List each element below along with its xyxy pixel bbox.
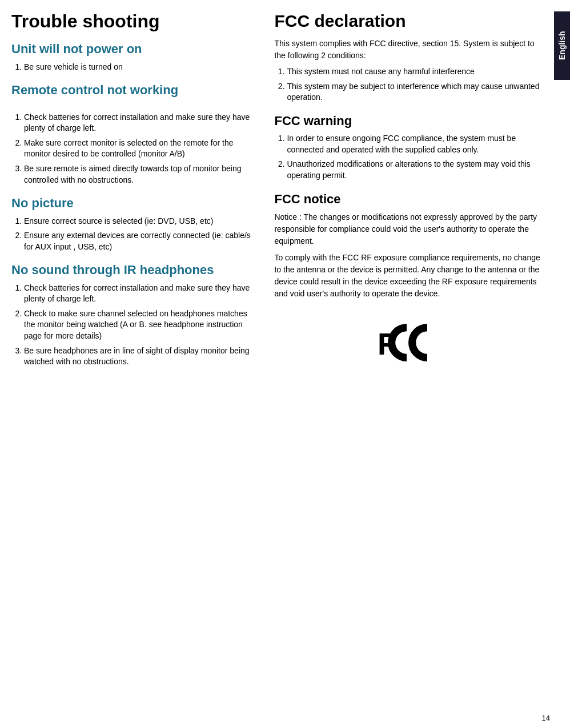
language-label: English: [557, 31, 567, 61]
section3-heading: No picture: [11, 196, 257, 211]
fcc-logo: F: [274, 317, 543, 368]
language-tab: English: [554, 11, 570, 80]
content-area: Trouble shooting Unit will not power on …: [0, 0, 554, 728]
section4-heading: No sound through IR headphones: [11, 263, 257, 277]
main-title: Trouble shooting: [11, 11, 257, 31]
section2-heading: Remote control not working: [11, 83, 257, 98]
fcc-notice-heading: FCC notice: [274, 192, 543, 207]
list-item: Check to make sure channel selected on h…: [24, 308, 257, 342]
list-item: Ensure correct source is selected (ie: D…: [24, 216, 257, 227]
fcc-declaration-intro: This system complies with FCC directive,…: [274, 38, 543, 62]
list-item: Check batteries for correct installation…: [24, 283, 257, 305]
list-item: This system may be subject to interferen…: [287, 81, 543, 103]
section3-list: Ensure correct source is selected (ie: D…: [24, 216, 257, 253]
right-column: FCC declaration This system complies wit…: [268, 11, 543, 717]
section4-list: Check batteries for correct installation…: [24, 283, 257, 368]
list-item: Be sure vehicle is turned on: [24, 62, 257, 73]
list-item: This system must not cause any harmful i…: [287, 66, 543, 78]
fcc-declaration-heading: FCC declaration: [274, 11, 543, 31]
fcc-warning-heading: FCC warning: [274, 114, 543, 128]
section1-list: Be sure vehicle is turned on: [24, 62, 257, 73]
list-item: Be sure headphones are in line of sight …: [24, 345, 257, 368]
list-item: In order to ensure ongoing FCC complianc…: [287, 133, 543, 155]
fcc-logo-svg: F: [374, 317, 443, 368]
list-item: Be sure remote is aimed directly towards…: [24, 163, 257, 186]
section1-heading: Unit will not power on: [11, 42, 257, 57]
page-container: English Trouble shooting Unit will not p…: [0, 0, 570, 728]
list-item: Make sure correct monitor is selected on…: [24, 138, 257, 160]
fcc-notice-para1: Notice : The changes or modifications no…: [274, 211, 543, 247]
list-item: Unauthorized modifications or alteration…: [287, 159, 543, 181]
list-item: Ensure any external devices are correctl…: [24, 230, 257, 252]
list-item: Check batteries for correct installation…: [24, 112, 257, 134]
page-number: 14: [542, 714, 550, 722]
left-column: Trouble shooting Unit will not power on …: [11, 11, 268, 717]
fcc-notice-para2: To comply with the FCC RF exposure compl…: [274, 252, 543, 300]
fcc-warning-list: In order to ensure ongoing FCC complianc…: [287, 133, 543, 181]
fcc-declaration-list: This system must not cause any harmful i…: [287, 66, 543, 103]
section2-list: Check batteries for correct installation…: [24, 112, 257, 186]
